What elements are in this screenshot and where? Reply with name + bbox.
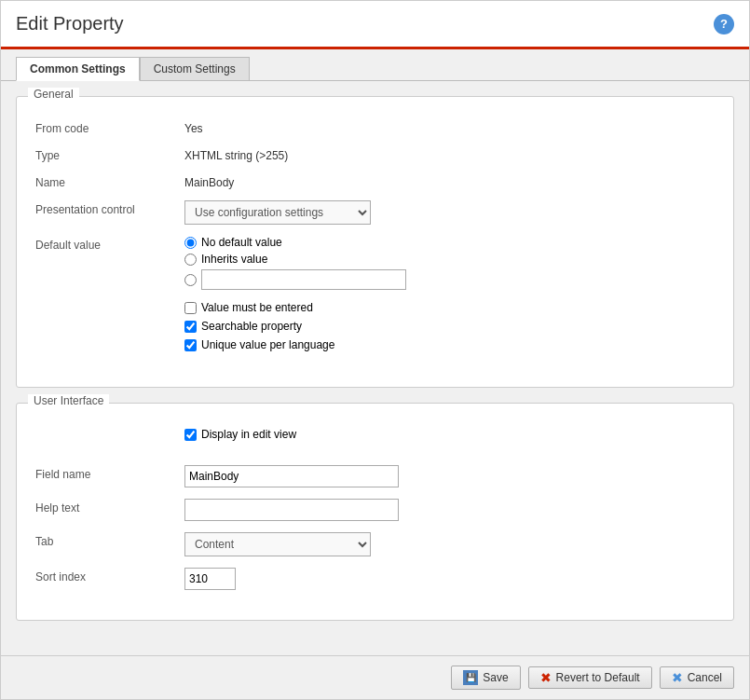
display-in-edit-view-label: Display in edit view — [201, 428, 296, 441]
field-name-input[interactable] — [184, 465, 399, 487]
field-name-row: Field name — [35, 465, 715, 487]
tab-select[interactable]: Content Settings SEO — [184, 532, 371, 556]
tabs-bar: Common Settings Custom Settings — [1, 49, 749, 81]
presentation-control-label: Presentation control — [35, 200, 184, 216]
from-code-label: From code — [35, 119, 184, 135]
help-text-input[interactable] — [184, 499, 399, 521]
inherits-value-radio-item: Inherits value — [184, 253, 715, 266]
no-default-radio-item: No default value — [184, 236, 715, 249]
content-area: General From code Yes Type XHTML string … — [1, 81, 749, 655]
checkboxes-container: Value must be entered Searchable propert… — [184, 301, 715, 357]
from-code-value: Yes — [184, 119, 203, 135]
searchable-property-label: Searchable property — [201, 320, 302, 333]
help-text-container — [184, 499, 715, 521]
checkboxes-row: Value must be entered Searchable propert… — [35, 301, 715, 357]
title-bar: Edit Property ? — [1, 1, 749, 49]
value-must-be-entered-label: Value must be entered — [201, 301, 313, 314]
type-label: Type — [35, 146, 184, 162]
save-button[interactable]: 💾 Save — [451, 666, 520, 690]
field-name-container — [184, 465, 715, 487]
dialog-title: Edit Property — [16, 13, 124, 34]
type-row: Type XHTML string (>255) — [35, 146, 715, 162]
unique-value-per-language-checkbox[interactable] — [184, 339, 197, 351]
sort-index-row: Sort index — [35, 568, 715, 590]
default-value-container: No default value Inherits value — [184, 236, 715, 290]
tab-label: Tab — [35, 532, 184, 548]
field-name-label: Field name — [35, 465, 184, 481]
display-in-edit-view-checkbox[interactable] — [184, 429, 197, 441]
display-edit-spacer — [35, 428, 184, 431]
unique-value-per-language-row: Unique value per language — [184, 338, 715, 351]
cancel-label: Cancel — [688, 671, 722, 684]
no-default-radio[interactable] — [184, 237, 197, 249]
value-must-be-entered-checkbox[interactable] — [184, 302, 197, 314]
tab-common-settings[interactable]: Common Settings — [16, 57, 140, 81]
searchable-property-checkbox[interactable] — [184, 321, 197, 333]
cancel-icon: ✖ — [672, 671, 683, 684]
revert-button[interactable]: ✖ Revert to Default — [528, 666, 652, 689]
custom-value-row — [184, 269, 715, 290]
ui-legend: User Interface — [28, 394, 109, 407]
tab-row: Tab Content Settings SEO — [35, 532, 715, 556]
unique-value-per-language-label: Unique value per language — [201, 338, 334, 351]
custom-value-radio[interactable] — [184, 274, 197, 286]
edit-property-dialog: Edit Property ? Common Settings Custom S… — [0, 0, 750, 700]
name-value: MainBody — [184, 173, 234, 189]
save-label: Save — [483, 671, 508, 684]
sort-index-input[interactable] — [184, 568, 236, 590]
presentation-control-select[interactable]: Use configuration settings — [184, 200, 371, 225]
tab-custom-settings[interactable]: Custom Settings — [140, 57, 250, 80]
value-must-be-entered-row: Value must be entered — [184, 301, 715, 314]
help-icon[interactable]: ? — [714, 14, 734, 34]
revert-icon: ✖ — [540, 671, 552, 684]
inherits-value-label: Inherits value — [201, 253, 267, 266]
general-legend: General — [28, 88, 79, 101]
revert-label: Revert to Default — [556, 671, 640, 684]
checkboxes-spacer — [35, 301, 184, 304]
ui-section: User Interface Display in edit view Fiel… — [16, 403, 734, 621]
default-value-row: Default value No default value Inherits … — [35, 236, 715, 290]
name-row: Name MainBody — [35, 173, 715, 189]
default-value-label: Default value — [35, 236, 184, 252]
help-text-label: Help text — [35, 499, 184, 515]
no-default-label: No default value — [201, 236, 282, 249]
footer: 💾 Save ✖ Revert to Default ✖ Cancel — [1, 655, 749, 699]
inherits-value-radio[interactable] — [184, 254, 197, 266]
sort-index-container — [184, 568, 715, 590]
display-edit-view-row: Display in edit view — [35, 428, 715, 454]
help-text-row: Help text — [35, 499, 715, 521]
display-edit-view-container: Display in edit view — [184, 428, 296, 441]
name-label: Name — [35, 173, 184, 189]
presentation-control-container: Use configuration settings — [184, 200, 715, 225]
type-value: XHTML string (>255) — [184, 146, 288, 162]
save-icon: 💾 — [463, 670, 478, 685]
custom-value-input[interactable] — [201, 269, 406, 290]
searchable-property-row: Searchable property — [184, 320, 715, 333]
cancel-button[interactable]: ✖ Cancel — [660, 666, 734, 689]
sort-index-label: Sort index — [35, 568, 184, 583]
from-code-row: From code Yes — [35, 119, 715, 135]
default-value-radio-group: No default value Inherits value — [184, 236, 715, 290]
general-section: General From code Yes Type XHTML string … — [16, 96, 734, 388]
presentation-control-row: Presentation control Use configuration s… — [35, 200, 715, 225]
tab-container: Content Settings SEO — [184, 532, 715, 556]
